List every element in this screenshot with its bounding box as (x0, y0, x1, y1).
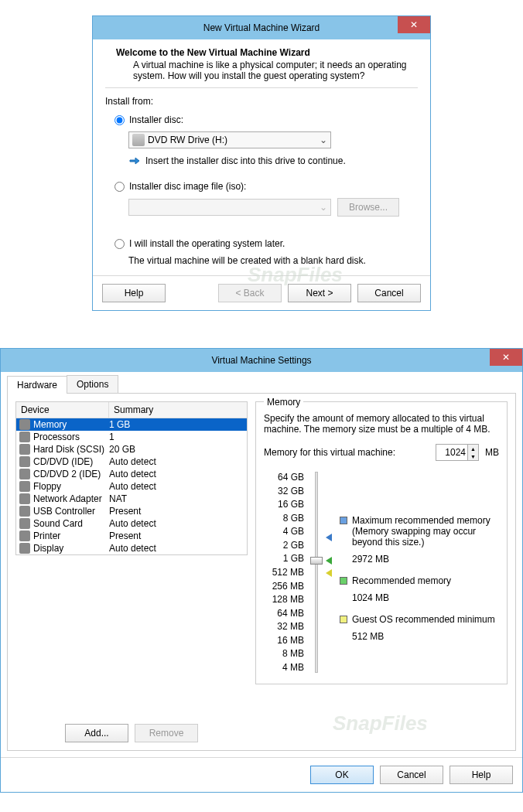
device-summary: Auto detect (109, 481, 244, 492)
device-name: CD/DVD (IDE) (33, 456, 93, 467)
wizard-footer: Help < Back Next > Cancel (93, 275, 430, 310)
memory-spinner[interactable]: ▲ ▼ (436, 444, 479, 461)
device-name: Printer (33, 531, 60, 541)
spinner-up[interactable]: ▲ (468, 445, 478, 452)
settings-footer: OK Cancel Help (1, 757, 522, 792)
memory-description: Specify the amount of memory allocated t… (264, 413, 499, 435)
device-summary: Auto detect (109, 543, 244, 554)
legend-max-value: 2972 MB (352, 554, 499, 565)
window-title: New Virtual Machine Wizard (203, 22, 320, 33)
radio-installer-disc-label: Installer disc: (129, 114, 183, 125)
memory-tick: 256 MB (264, 581, 304, 592)
memory-tick-labels: 64 GB32 GB16 GB8 GB4 GB2 GB1 GB512 MB256… (264, 472, 304, 673)
table-row[interactable]: Hard Disk (SCSI)20 GB (16, 443, 247, 455)
memory-slider-thumb[interactable] (310, 557, 323, 565)
table-row[interactable]: Memory1 GB (16, 418, 247, 431)
device-icon (19, 432, 30, 442)
wizard-description: A virtual machine is like a physical com… (105, 60, 418, 81)
device-icon (19, 493, 30, 504)
table-row[interactable]: USB ControllerPresent (16, 505, 247, 517)
device-summary: 1 GB (109, 419, 244, 430)
help-button[interactable]: Help (102, 284, 166, 302)
drive-value: DVD RW Drive (H:) (148, 135, 227, 145)
close-button[interactable]: ✕ (490, 349, 522, 366)
marker-max-icon (326, 534, 332, 541)
cancel-button[interactable]: Cancel (357, 284, 421, 302)
radio-later-label: I will install the operating system late… (129, 238, 285, 249)
memory-tick: 128 MB (264, 594, 304, 605)
device-icon (19, 518, 30, 529)
legend-rec-value: 1024 MB (352, 592, 499, 603)
legend-min-value: 512 MB (352, 631, 499, 642)
device-name: Hard Disk (SCSI) (33, 444, 104, 455)
memory-tick: 8 MB (264, 648, 304, 659)
memory-tick: 1 GB (264, 553, 304, 564)
tab-options[interactable]: Options (67, 375, 118, 393)
device-icon (19, 419, 30, 430)
table-row[interactable]: Network AdapterNAT (16, 493, 247, 505)
memory-input[interactable] (436, 447, 467, 458)
device-name: Display (33, 543, 63, 554)
device-name: CD/DVD 2 (IDE) (33, 469, 101, 479)
drive-select[interactable]: DVD RW Drive (H:) ⌄ (128, 131, 331, 148)
radio-later[interactable] (115, 239, 125, 249)
next-button[interactable]: Next > (288, 284, 351, 302)
marker-rec-icon (326, 557, 332, 565)
memory-legend: Memory (264, 397, 303, 408)
ok-button[interactable]: OK (310, 766, 374, 784)
spinner-down[interactable]: ▼ (468, 452, 478, 460)
device-icon (19, 481, 30, 492)
insert-disc-hint: Insert the installer disc into this driv… (145, 155, 346, 166)
table-row[interactable]: FloppyAuto detect (16, 480, 247, 493)
device-summary: Auto detect (109, 469, 244, 479)
memory-unit: MB (485, 447, 499, 458)
radio-iso-label: Installer disc image file (iso): (129, 181, 246, 192)
back-button[interactable]: < Back (218, 284, 282, 302)
memory-slider[interactable] (309, 472, 324, 673)
legend-max-icon (340, 517, 347, 524)
table-row[interactable]: Processors1 (16, 431, 247, 443)
device-name: Memory (33, 419, 67, 430)
device-summary: 20 GB (109, 444, 244, 455)
marker-min-icon (326, 569, 332, 577)
help-button[interactable]: Help (450, 766, 513, 784)
device-summary: Auto detect (109, 456, 244, 467)
window-title: Virtual Machine Settings (211, 355, 311, 366)
add-button[interactable]: Add... (65, 724, 128, 742)
device-name: Network Adapter (33, 493, 102, 504)
memory-tick: 32 MB (264, 621, 304, 632)
iso-path-combo[interactable]: ⌄ (128, 199, 331, 216)
col-summary[interactable]: Summary (109, 402, 247, 418)
wizard-heading: Welcome to the New Virtual Machine Wizar… (105, 47, 418, 58)
device-name: Processors (33, 432, 80, 442)
table-row[interactable]: Sound CardAuto detect (16, 517, 247, 530)
radio-iso[interactable] (115, 182, 125, 192)
divider (105, 87, 418, 88)
cancel-button[interactable]: Cancel (380, 766, 443, 784)
device-icon (19, 444, 30, 455)
radio-installer-disc[interactable] (115, 115, 125, 125)
device-summary: NAT (109, 493, 244, 504)
device-summary: Present (109, 531, 244, 541)
memory-tick: 4 MB (264, 662, 304, 673)
memory-tick: 4 GB (264, 526, 304, 537)
legend-rec-icon (340, 577, 347, 585)
legend-min-icon (340, 616, 347, 623)
device-summary: Present (109, 506, 244, 517)
table-row[interactable]: CD/DVD (IDE)Auto detect (16, 455, 247, 468)
hardware-table-header: Device Summary (16, 402, 247, 418)
device-icon (19, 469, 30, 479)
table-row[interactable]: PrinterPresent (16, 530, 247, 542)
memory-fieldset: Memory Specify the amount of memory allo… (255, 401, 508, 684)
remove-button[interactable]: Remove (135, 724, 198, 742)
table-row[interactable]: DisplayAuto detect (16, 542, 247, 554)
tab-hardware[interactable]: Hardware (7, 376, 67, 394)
memory-tick: 512 MB (264, 567, 304, 578)
browse-button[interactable]: Browse... (337, 198, 399, 217)
table-row[interactable]: CD/DVD 2 (IDE)Auto detect (16, 468, 247, 480)
device-icon (19, 506, 30, 517)
device-icon (19, 543, 30, 554)
col-device[interactable]: Device (16, 402, 109, 418)
chevron-down-icon: ⌄ (320, 202, 327, 213)
close-button[interactable]: ✕ (398, 16, 430, 33)
